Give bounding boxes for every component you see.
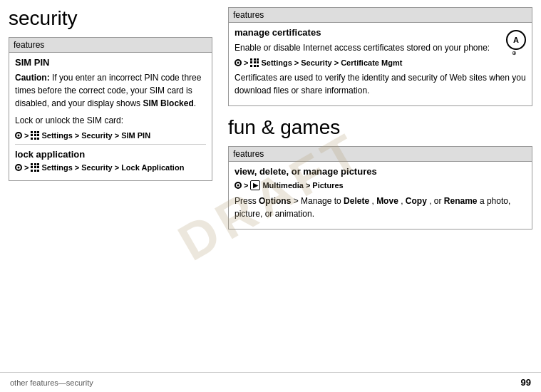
rename-bold: Rename <box>444 196 478 206</box>
cert-nav-path: > Settings > Security <box>235 58 526 67</box>
fun-games-title: fun & games <box>228 116 532 139</box>
move-bold: Move <box>376 196 398 206</box>
grid-icon-2 <box>31 163 39 172</box>
options-bold: Options <box>259 196 291 206</box>
left-column: security features SIM PIN Caution: If yo… <box>0 0 221 392</box>
chevron-4: > <box>24 163 29 172</box>
grid-dot <box>250 65 252 67</box>
grid-dot <box>31 134 33 136</box>
copy-bold: Copy <box>406 196 427 206</box>
chevron-3: > <box>115 131 119 140</box>
divider-1 <box>15 144 206 145</box>
footer-text: other features—security <box>10 378 93 387</box>
grid-dot <box>37 138 39 140</box>
security-label-3: Security <box>301 58 331 67</box>
chevron-11: > <box>306 181 310 190</box>
multimedia-label: Multimedia <box>262 181 303 190</box>
grid-dot <box>254 65 256 67</box>
grid-dot <box>31 170 33 172</box>
page-number: 99 <box>521 377 531 388</box>
cert-desc-2: Certificates are used to verify the iden… <box>235 71 526 97</box>
or-text: , or <box>429 196 444 206</box>
bullet-icon-2 <box>15 164 22 171</box>
settings-label-3: Settings <box>261 58 292 67</box>
grid-dot <box>37 134 39 136</box>
right-column: features A ⊕ manage certificates Enable … <box>221 0 541 392</box>
chevron-10: > <box>244 181 248 190</box>
security-label-2: Security <box>81 163 112 172</box>
pictures-nav-path: > ▶ Multimedia > Pictures <box>235 180 526 190</box>
grid-dot <box>257 61 259 63</box>
grid-dot <box>37 166 39 168</box>
grid-dot <box>34 166 36 168</box>
lock-app-title: lock application <box>15 149 206 160</box>
press-text: Press <box>235 196 259 206</box>
chevron-2: > <box>75 131 79 140</box>
cert-icon: A <box>506 30 526 50</box>
grid-dot <box>31 138 33 140</box>
grid-icon-3 <box>250 58 259 67</box>
grid-dot <box>37 170 39 172</box>
page: DRAFT security features SIM PIN Caution:… <box>0 0 541 392</box>
right-features-body-top: A ⊕ manage certificates Enable or disabl… <box>229 23 532 105</box>
multimedia-icon: ▶ <box>250 180 260 190</box>
page-title: security <box>9 7 212 30</box>
grid-dot <box>257 58 259 61</box>
lock-unlock-text: Lock or unlock the SIM card: <box>15 114 206 127</box>
cert-icon-label: A <box>513 36 519 44</box>
bullet-icon <box>15 132 22 139</box>
grid-dot <box>34 163 36 165</box>
grid-dot <box>34 138 36 140</box>
manage-cert-title: manage certificates <box>235 27 526 38</box>
pictures-title: view, delete, or manage pictures <box>235 166 526 177</box>
right-features-body-bottom: view, delete, or manage pictures > ▶ Mul… <box>229 162 532 229</box>
bullet-icon-3 <box>235 59 242 66</box>
cert-icon-container: A ⊕ <box>502 29 526 56</box>
grid-dot <box>34 131 36 133</box>
lock-app-nav-path: > Settings > Security <box>15 163 206 172</box>
grid-dot <box>31 131 33 133</box>
grid-icon-1 <box>31 131 39 140</box>
grid-dot <box>34 170 36 172</box>
chevron-9: > <box>334 58 339 67</box>
grid-dot <box>31 166 33 168</box>
left-features-header: features <box>9 38 212 53</box>
sim-blocked-period: . <box>194 98 196 108</box>
left-features-box: features SIM PIN Caution: If you enter a… <box>9 37 212 181</box>
sim-blocked-label: SIM Blocked <box>143 98 193 108</box>
delete-bold: Delete <box>344 196 369 206</box>
manage-text: > Manage to <box>294 196 344 206</box>
right-features-header-bottom: features <box>229 147 532 162</box>
left-features-body: SIM PIN Caution: If you enter an incorre… <box>9 53 212 180</box>
sim-pin-caution: Caution: If you enter an incorrect PIN c… <box>15 71 206 110</box>
grid-dot <box>250 58 252 61</box>
chevron-5: > <box>75 163 79 172</box>
grid-dot <box>37 131 39 133</box>
grid-dot <box>37 163 39 165</box>
grid-dot <box>250 61 252 63</box>
bullet-icon-4 <box>235 182 242 189</box>
sim-pin-title: SIM PIN <box>15 57 206 68</box>
cert-nav-label: Certificate Mgmt <box>341 58 402 67</box>
security-label-1: Security <box>81 131 112 140</box>
settings-label-1: Settings <box>41 131 72 140</box>
sim-pin-nav-path: > Settings > Security <box>15 131 206 140</box>
grid-dot <box>254 61 256 63</box>
grid-dot <box>34 134 36 136</box>
right-features-header-top: features <box>229 8 532 23</box>
chevron-6: > <box>115 163 119 172</box>
right-features-box-bottom: features view, delete, or manage picture… <box>228 146 532 229</box>
grid-dot <box>31 163 33 165</box>
sim-pin-nav-label: SIM PIN <box>121 131 150 140</box>
grid-dot <box>254 58 256 61</box>
comma-2: , <box>401 196 406 206</box>
settings-label-2: Settings <box>41 163 72 172</box>
chevron-1: > <box>24 131 29 140</box>
pictures-description: Press Options > Manage to Delete , Move … <box>235 195 526 220</box>
chevron-8: > <box>294 58 299 67</box>
lock-app-nav-label: Lock Application <box>121 163 184 172</box>
cert-desc-1: Enable or disable Internet access certif… <box>235 41 526 54</box>
right-features-box-top: features A ⊕ manage certificates Enable … <box>228 7 532 106</box>
footer: other features—security 99 <box>0 372 541 392</box>
chevron-7: > <box>244 58 248 67</box>
